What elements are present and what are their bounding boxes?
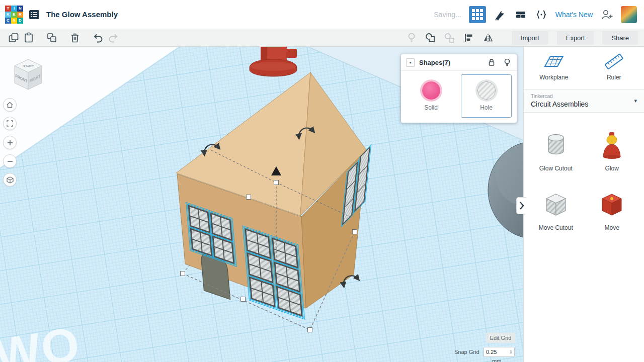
cylinder-object[interactable] [488,141,523,239]
logo-letter: K [5,12,11,18]
minus-icon [7,158,14,165]
codeblocks-mode-button[interactable] [535,9,548,21]
red-part-object[interactable] [250,47,297,76]
tinkercad-app: T I N K E R C A D The Glow Assembly Savi… [0,0,644,362]
ruler-tool[interactable]: Ruler [584,53,644,81]
lightbulb-icon[interactable] [503,58,512,67]
designs-mode-button[interactable] [494,9,507,21]
dart-icon [494,9,507,21]
export-button[interactable]: Export [557,31,594,45]
shape-item-glow-cutout[interactable]: Glow Cutout [528,131,584,172]
bricks-mode-button[interactable] [514,9,527,21]
code-braces-icon [535,9,548,21]
shapes-inspector-panel: ▾ Shapes(7) Solid Hole [401,54,517,123]
move-cutout-icon [541,190,571,219]
delete-button[interactable] [67,31,83,45]
list-icon [28,9,40,21]
tinkercad-logo[interactable]: T I N K E R C A D [5,6,23,24]
bricks-icon [514,9,527,21]
duplicate-icon [46,32,58,44]
workplane-icon [543,53,565,70]
user-avatar[interactable] [621,6,637,23]
app-header: T I N K E R C A D The Glow Assembly Savi… [0,0,644,29]
dashboard-button[interactable] [469,6,486,23]
shape-category-dropdown[interactable]: Tinkercad Circuit Assemblies ▾ [524,89,644,113]
snap-grid-value: 0.25 [486,349,497,355]
shape-item-label: Move [605,224,619,231]
fit-view-icon [6,120,14,127]
undo-icon [92,32,104,44]
logo-letter: T [5,6,11,12]
solid-option[interactable]: Solid [406,74,456,118]
category-kicker: Tinkercad [531,94,588,99]
view-cube[interactable]: TOP FRONT RIGHT [9,54,48,103]
house-object[interactable] [176,72,371,325]
import-button[interactable]: Import [512,31,548,45]
logo-letter: R [17,12,23,18]
grid-icon [472,9,483,20]
duplicate-button[interactable] [44,31,59,45]
lock-icon[interactable] [487,58,496,67]
hole-swatch-icon [477,81,496,100]
shape-item-move-cutout[interactable]: Move Cutout [528,190,584,231]
add-person-icon [600,8,613,21]
align-button[interactable] [461,31,476,45]
shape-item-label: Glow [605,165,619,172]
solid-label: Solid [424,104,438,111]
redo-button[interactable] [106,31,121,45]
home-view-button[interactable] [3,98,17,112]
shape-item-label: Glow Cutout [539,165,573,172]
view-cube-top-label: TOP [23,64,34,68]
ruler-icon [603,53,624,70]
plus-icon [7,139,14,146]
snap-grid-select[interactable]: 0.25 ▲▼ [484,347,515,357]
logo-letter: C [5,18,11,24]
copy-button[interactable] [6,31,21,45]
chevron-right-icon [518,199,525,212]
perspective-cube-icon [6,176,14,184]
paste-icon [23,32,35,44]
saving-status: Saving... [434,11,461,19]
category-name: Circuit Assemblies [531,100,588,108]
redo-icon [107,32,119,44]
panel-collapse-caret[interactable]: ▾ [406,58,415,67]
undo-button[interactable] [91,31,106,45]
solid-swatch-icon [422,81,440,100]
sidebar-collapse-tab[interactable] [516,197,526,214]
edit-toolbar: Import Export Share [0,29,644,47]
shape-item-glow[interactable]: Glow [584,131,640,172]
paste-button[interactable] [21,31,36,45]
show-all-button[interactable] [404,31,419,45]
whats-new-link[interactable]: What's New [555,11,593,19]
workplane-tool-label: Workplane [539,74,568,81]
logo-letter: D [17,18,23,24]
hole-label: Hole [480,104,493,111]
align-icon [463,32,475,44]
hole-option[interactable]: Hole [461,74,512,118]
invite-button[interactable] [600,8,613,21]
edit-grid-button[interactable]: Edit Grid [486,333,515,343]
snap-grid-unit: mm [492,358,501,362]
spinner-icons[interactable]: ▲▼ [510,349,512,355]
group-button[interactable] [423,31,438,45]
zoom-out-button[interactable] [3,154,17,168]
zoom-in-button[interactable] [3,136,17,149]
lightbulb-icon [406,32,418,44]
shape-item-move[interactable]: Move [584,190,640,231]
ungroup-button[interactable] [442,31,457,45]
workplane-tool[interactable]: Workplane [524,53,584,81]
perspective-toggle-button[interactable] [3,173,17,187]
trash-icon [69,32,81,44]
mirror-button[interactable] [480,31,496,45]
ungroup-icon [443,32,456,44]
glow-icon [597,131,626,160]
logo-letter: I [11,6,17,12]
logo-letter: A [11,18,17,24]
copy-icon [8,32,20,44]
glow-cutout-icon [541,131,571,160]
design-title[interactable]: The Glow Assembly [46,10,118,19]
fit-view-button[interactable] [3,117,17,130]
share-button[interactable]: Share [602,31,638,45]
design-menu-button[interactable] [28,9,40,21]
home-icon [6,101,14,109]
